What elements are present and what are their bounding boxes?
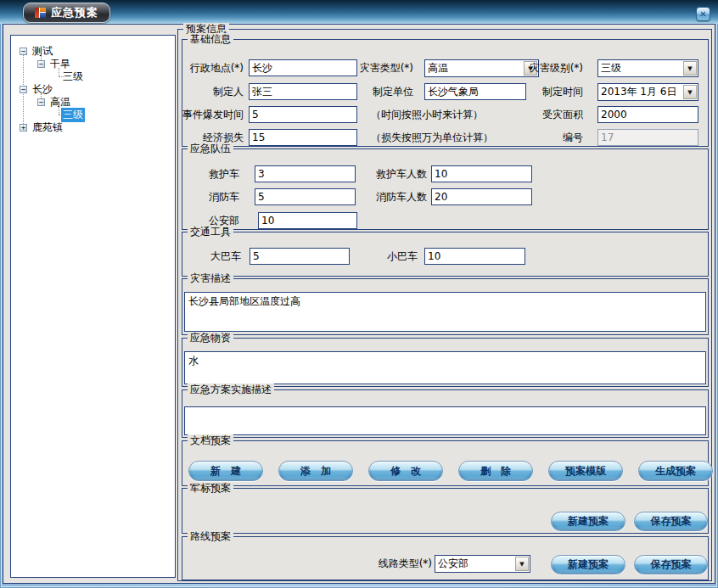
route-plan-group: 路线预案 线路类型(*) 公安部 ▼ 新建预案 保存预案 bbox=[182, 536, 709, 580]
issuing-unit-input[interactable] bbox=[424, 83, 526, 100]
fire-truck-label: 消防车 bbox=[182, 188, 239, 205]
plan-template-button[interactable]: 预案模版 bbox=[548, 461, 623, 481]
plan-tree-panel: − 测试 − 干旱 三级 − 长沙 − 高温 三级 + bbox=[10, 35, 176, 578]
military-plan-group-title: 军标预案 bbox=[188, 482, 233, 495]
plan-impl-desc-group: 应急方案实施描述 bbox=[182, 389, 709, 438]
tree-node-sanji-1[interactable]: 三级 bbox=[61, 70, 85, 83]
title-tab: 应急预案 bbox=[23, 3, 110, 23]
app-icon bbox=[35, 8, 46, 18]
outbreak-time-label: 事件爆发时间 bbox=[182, 106, 244, 123]
disaster-desc-group-title: 灾害描述 bbox=[188, 272, 233, 285]
doc-plan-group-title: 文档预案 bbox=[188, 434, 233, 447]
big-bus-input[interactable] bbox=[250, 248, 350, 265]
client-area: − 测试 − 干旱 三级 − 长沙 − 高温 三级 + bbox=[3, 24, 715, 584]
expander-minus-icon[interactable]: − bbox=[37, 60, 45, 68]
military-plan-group: 军标预案 新建预案 保存预案 bbox=[182, 488, 709, 534]
supplies-group-title: 应急物资 bbox=[188, 332, 233, 344]
loss-unit-note: （损失按照万为单位计算） bbox=[371, 129, 493, 146]
basic-info-group-title: 基础信息 bbox=[188, 33, 233, 46]
route-type-label: 线路类型(*) bbox=[310, 555, 432, 572]
serial-number-label: 编号 bbox=[513, 129, 583, 146]
plan-impl-desc-group-title: 应急方案实施描述 bbox=[188, 384, 274, 396]
transport-group: 交通工具 大巴车 小巴车 bbox=[182, 232, 709, 277]
app-window: 应急预案 ✕ − 测试 − 干旱 三级 − bbox=[0, 0, 718, 588]
window-title: 应急预案 bbox=[51, 5, 98, 20]
expander-minus-icon[interactable]: − bbox=[20, 86, 27, 93]
delete-button[interactable]: 删 除 bbox=[458, 461, 533, 481]
new-button[interactable]: 新 建 bbox=[188, 461, 263, 481]
economic-loss-input[interactable] bbox=[249, 129, 357, 146]
generate-plan-button[interactable]: 生成预案 bbox=[638, 461, 713, 481]
small-bus-input[interactable] bbox=[424, 248, 525, 265]
supplies-textarea[interactable]: 水 bbox=[184, 351, 706, 384]
tree-node-ganhan[interactable]: − 干旱 bbox=[37, 58, 72, 70]
add-button[interactable]: 添 加 bbox=[278, 461, 353, 481]
disaster-type-label: 灾害类型(*) bbox=[335, 59, 413, 76]
fire-staff-input[interactable] bbox=[431, 188, 532, 205]
route-type-value: 公安部 bbox=[435, 557, 515, 571]
tree-node-label[interactable]: 三级 bbox=[61, 70, 85, 84]
tree-node-gaowen[interactable]: − 高温 bbox=[37, 96, 72, 109]
tree-node-label[interactable]: 鹿苑镇 bbox=[31, 120, 65, 135]
tree-node-luyuanzhen[interactable]: + 鹿苑镇 bbox=[20, 121, 65, 134]
disaster-level-select[interactable]: 三级 ▼ bbox=[597, 59, 698, 77]
disaster-type-value: 高温 bbox=[425, 61, 524, 76]
author-label: 制定人 bbox=[182, 83, 244, 100]
fire-staff-label: 消防车人数 bbox=[352, 188, 427, 205]
expander-minus-icon[interactable]: − bbox=[37, 98, 45, 106]
police-input[interactable] bbox=[258, 212, 357, 229]
transport-group-title: 交通工具 bbox=[188, 226, 233, 238]
route-save-plan-button[interactable]: 保存预案 bbox=[634, 555, 708, 574]
military-save-plan-button[interactable]: 保存预案 bbox=[634, 512, 708, 531]
tree-node-ceshi[interactable]: − 测试 bbox=[20, 45, 54, 58]
modify-button[interactable]: 修 改 bbox=[368, 461, 443, 481]
affected-area-label: 受灾面积 bbox=[513, 106, 583, 123]
serial-number-input bbox=[597, 129, 698, 146]
chevron-down-icon[interactable]: ▼ bbox=[683, 85, 697, 99]
basic-info-group: 基础信息 行政地点(*) 灾害类型(*) 高温 ▼ 灾害级别(*) 三级 ▼ 制… bbox=[182, 39, 709, 147]
emergency-team-group-title: 应急队伍 bbox=[188, 143, 233, 155]
disaster-desc-textarea[interactable]: 长沙县局部地区温度过高 bbox=[184, 292, 706, 332]
tree-node-changsha[interactable]: − 长沙 bbox=[20, 83, 54, 96]
chevron-down-icon[interactable]: ▼ bbox=[683, 61, 697, 76]
expander-plus-icon[interactable]: + bbox=[20, 124, 27, 132]
ambulance-staff-input[interactable] bbox=[431, 165, 532, 182]
tree-node-label-selected[interactable]: 三级 bbox=[61, 108, 85, 122]
big-bus-label: 大巴车 bbox=[182, 248, 241, 265]
close-icon[interactable]: ✕ bbox=[696, 7, 710, 21]
military-new-plan-button[interactable]: 新建预案 bbox=[551, 512, 625, 531]
disaster-desc-group: 灾害描述 长沙县局部地区温度过高 bbox=[182, 278, 709, 335]
outbreak-time-input[interactable] bbox=[249, 106, 357, 123]
chevron-down-icon[interactable]: ▼ bbox=[515, 557, 529, 571]
plan-impl-desc-textarea[interactable] bbox=[184, 406, 706, 435]
emergency-team-group: 应急队伍 救护车 救护车人数 消防车 消防车人数 公安部 bbox=[182, 148, 709, 230]
disaster-level-value: 三级 bbox=[598, 61, 683, 76]
issuing-unit-label: 制定单位 bbox=[335, 83, 413, 100]
supplies-group: 应急物资 水 bbox=[182, 338, 709, 387]
disaster-level-label: 灾害级别(*) bbox=[513, 59, 583, 76]
ambulance-label: 救护车 bbox=[182, 165, 239, 182]
doc-plan-group: 文档预案 新 建 添 加 修 改 删 除 预案模版 生成预案 bbox=[182, 440, 709, 486]
issue-date-value: 2013年 1月 6日 bbox=[598, 85, 683, 99]
small-bus-label: 小巴车 bbox=[352, 248, 418, 265]
tree-node-sanji-2-selected[interactable]: 三级 bbox=[61, 109, 85, 121]
issue-date-label: 制定时间 bbox=[513, 83, 583, 100]
expander-minus-icon[interactable]: − bbox=[20, 48, 27, 55]
fire-truck-input[interactable] bbox=[255, 188, 356, 205]
time-unit-note: （时间按照小时来计算） bbox=[371, 106, 483, 123]
title-bar: 应急预案 ✕ bbox=[0, 0, 718, 24]
route-type-select[interactable]: 公安部 ▼ bbox=[435, 555, 530, 573]
ambulance-input[interactable] bbox=[255, 165, 356, 182]
affected-area-input[interactable] bbox=[597, 106, 698, 123]
route-new-plan-button[interactable]: 新建预案 bbox=[551, 555, 625, 574]
admin-location-label: 行政地点(*) bbox=[182, 59, 244, 76]
issue-date-picker[interactable]: 2013年 1月 6日 ▼ bbox=[597, 83, 698, 101]
route-plan-group-title: 路线预案 bbox=[188, 530, 233, 543]
ambulance-staff-label: 救护车人数 bbox=[352, 165, 427, 182]
